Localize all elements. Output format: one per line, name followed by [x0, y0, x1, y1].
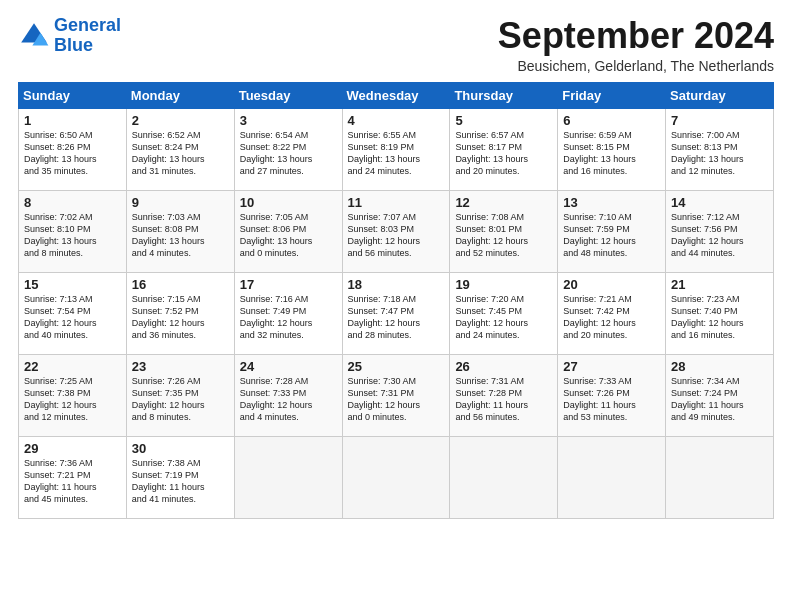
day-info-9: Sunrise: 7:03 AMSunset: 8:08 PMDaylight:… — [132, 211, 229, 260]
empty-cell — [234, 436, 342, 518]
day-info-20: Sunrise: 7:21 AMSunset: 7:42 PMDaylight:… — [563, 293, 660, 342]
day-number-24: 24 — [240, 359, 337, 374]
day-info-30: Sunrise: 7:38 AMSunset: 7:19 PMDaylight:… — [132, 457, 229, 506]
day-cell-15: 15 Sunrise: 7:13 AMSunset: 7:54 PMDaylig… — [19, 272, 127, 354]
day-cell-3: 3 Sunrise: 6:54 AMSunset: 8:22 PMDayligh… — [234, 108, 342, 190]
day-cell-26: 26 Sunrise: 7:31 AMSunset: 7:28 PMDaylig… — [450, 354, 558, 436]
day-info-2: Sunrise: 6:52 AMSunset: 8:24 PMDaylight:… — [132, 129, 229, 178]
day-info-22: Sunrise: 7:25 AMSunset: 7:38 PMDaylight:… — [24, 375, 121, 424]
day-number-22: 22 — [24, 359, 121, 374]
day-info-18: Sunrise: 7:18 AMSunset: 7:47 PMDaylight:… — [348, 293, 445, 342]
day-cell-19: 19 Sunrise: 7:20 AMSunset: 7:45 PMDaylig… — [450, 272, 558, 354]
logo-icon — [18, 20, 50, 52]
day-number-9: 9 — [132, 195, 229, 210]
day-number-5: 5 — [455, 113, 552, 128]
day-info-29: Sunrise: 7:36 AMSunset: 7:21 PMDaylight:… — [24, 457, 121, 506]
empty-cell — [666, 436, 774, 518]
day-cell-4: 4 Sunrise: 6:55 AMSunset: 8:19 PMDayligh… — [342, 108, 450, 190]
day-number-4: 4 — [348, 113, 445, 128]
title-block: September 2024 Beusichem, Gelderland, Th… — [498, 16, 774, 74]
day-info-7: Sunrise: 7:00 AMSunset: 8:13 PMDaylight:… — [671, 129, 768, 178]
day-number-18: 18 — [348, 277, 445, 292]
page: General Blue September 2024 Beusichem, G… — [0, 0, 792, 529]
day-cell-17: 17 Sunrise: 7:16 AMSunset: 7:49 PMDaylig… — [234, 272, 342, 354]
day-cell-16: 16 Sunrise: 7:15 AMSunset: 7:52 PMDaylig… — [126, 272, 234, 354]
day-info-3: Sunrise: 6:54 AMSunset: 8:22 PMDaylight:… — [240, 129, 337, 178]
day-number-27: 27 — [563, 359, 660, 374]
day-info-6: Sunrise: 6:59 AMSunset: 8:15 PMDaylight:… — [563, 129, 660, 178]
logo-line2: Blue — [54, 36, 121, 56]
day-cell-21: 21 Sunrise: 7:23 AMSunset: 7:40 PMDaylig… — [666, 272, 774, 354]
day-cell-29: 29 Sunrise: 7:36 AMSunset: 7:21 PMDaylig… — [19, 436, 127, 518]
day-cell-18: 18 Sunrise: 7:18 AMSunset: 7:47 PMDaylig… — [342, 272, 450, 354]
day-info-28: Sunrise: 7:34 AMSunset: 7:24 PMDaylight:… — [671, 375, 768, 424]
day-info-19: Sunrise: 7:20 AMSunset: 7:45 PMDaylight:… — [455, 293, 552, 342]
day-cell-7: 7 Sunrise: 7:00 AMSunset: 8:13 PMDayligh… — [666, 108, 774, 190]
day-cell-24: 24 Sunrise: 7:28 AMSunset: 7:33 PMDaylig… — [234, 354, 342, 436]
day-info-26: Sunrise: 7:31 AMSunset: 7:28 PMDaylight:… — [455, 375, 552, 424]
day-number-1: 1 — [24, 113, 121, 128]
day-number-2: 2 — [132, 113, 229, 128]
day-cell-14: 14 Sunrise: 7:12 AMSunset: 7:56 PMDaylig… — [666, 190, 774, 272]
day-info-24: Sunrise: 7:28 AMSunset: 7:33 PMDaylight:… — [240, 375, 337, 424]
day-cell-2: 2 Sunrise: 6:52 AMSunset: 8:24 PMDayligh… — [126, 108, 234, 190]
header-thursday: Thursday — [450, 82, 558, 108]
header-friday: Friday — [558, 82, 666, 108]
day-info-13: Sunrise: 7:10 AMSunset: 7:59 PMDaylight:… — [563, 211, 660, 260]
day-number-26: 26 — [455, 359, 552, 374]
day-cell-28: 28 Sunrise: 7:34 AMSunset: 7:24 PMDaylig… — [666, 354, 774, 436]
header-monday: Monday — [126, 82, 234, 108]
day-number-11: 11 — [348, 195, 445, 210]
day-number-15: 15 — [24, 277, 121, 292]
month-title: September 2024 — [498, 16, 774, 56]
day-number-28: 28 — [671, 359, 768, 374]
day-info-8: Sunrise: 7:02 AMSunset: 8:10 PMDaylight:… — [24, 211, 121, 260]
calendar-header-row: Sunday Monday Tuesday Wednesday Thursday… — [19, 82, 774, 108]
header-wednesday: Wednesday — [342, 82, 450, 108]
logo-line1: General — [54, 15, 121, 35]
day-info-27: Sunrise: 7:33 AMSunset: 7:26 PMDaylight:… — [563, 375, 660, 424]
day-cell-22: 22 Sunrise: 7:25 AMSunset: 7:38 PMDaylig… — [19, 354, 127, 436]
day-cell-6: 6 Sunrise: 6:59 AMSunset: 8:15 PMDayligh… — [558, 108, 666, 190]
day-number-19: 19 — [455, 277, 552, 292]
day-cell-12: 12 Sunrise: 7:08 AMSunset: 8:01 PMDaylig… — [450, 190, 558, 272]
day-info-10: Sunrise: 7:05 AMSunset: 8:06 PMDaylight:… — [240, 211, 337, 260]
day-cell-5: 5 Sunrise: 6:57 AMSunset: 8:17 PMDayligh… — [450, 108, 558, 190]
day-info-17: Sunrise: 7:16 AMSunset: 7:49 PMDaylight:… — [240, 293, 337, 342]
day-number-10: 10 — [240, 195, 337, 210]
day-number-13: 13 — [563, 195, 660, 210]
day-info-1: Sunrise: 6:50 AMSunset: 8:26 PMDaylight:… — [24, 129, 121, 178]
week-row-5: 29 Sunrise: 7:36 AMSunset: 7:21 PMDaylig… — [19, 436, 774, 518]
day-cell-8: 8 Sunrise: 7:02 AMSunset: 8:10 PMDayligh… — [19, 190, 127, 272]
day-info-21: Sunrise: 7:23 AMSunset: 7:40 PMDaylight:… — [671, 293, 768, 342]
day-number-8: 8 — [24, 195, 121, 210]
day-number-14: 14 — [671, 195, 768, 210]
day-cell-30: 30 Sunrise: 7:38 AMSunset: 7:19 PMDaylig… — [126, 436, 234, 518]
day-number-7: 7 — [671, 113, 768, 128]
header-sunday: Sunday — [19, 82, 127, 108]
day-cell-20: 20 Sunrise: 7:21 AMSunset: 7:42 PMDaylig… — [558, 272, 666, 354]
day-info-15: Sunrise: 7:13 AMSunset: 7:54 PMDaylight:… — [24, 293, 121, 342]
week-row-3: 15 Sunrise: 7:13 AMSunset: 7:54 PMDaylig… — [19, 272, 774, 354]
week-row-2: 8 Sunrise: 7:02 AMSunset: 8:10 PMDayligh… — [19, 190, 774, 272]
day-info-16: Sunrise: 7:15 AMSunset: 7:52 PMDaylight:… — [132, 293, 229, 342]
day-number-21: 21 — [671, 277, 768, 292]
day-number-30: 30 — [132, 441, 229, 456]
day-cell-9: 9 Sunrise: 7:03 AMSunset: 8:08 PMDayligh… — [126, 190, 234, 272]
day-cell-23: 23 Sunrise: 7:26 AMSunset: 7:35 PMDaylig… — [126, 354, 234, 436]
day-cell-13: 13 Sunrise: 7:10 AMSunset: 7:59 PMDaylig… — [558, 190, 666, 272]
header-saturday: Saturday — [666, 82, 774, 108]
day-number-17: 17 — [240, 277, 337, 292]
day-info-25: Sunrise: 7:30 AMSunset: 7:31 PMDaylight:… — [348, 375, 445, 424]
logo-text: General Blue — [54, 16, 121, 56]
week-row-4: 22 Sunrise: 7:25 AMSunset: 7:38 PMDaylig… — [19, 354, 774, 436]
day-number-29: 29 — [24, 441, 121, 456]
day-info-12: Sunrise: 7:08 AMSunset: 8:01 PMDaylight:… — [455, 211, 552, 260]
week-row-1: 1 Sunrise: 6:50 AMSunset: 8:26 PMDayligh… — [19, 108, 774, 190]
day-info-14: Sunrise: 7:12 AMSunset: 7:56 PMDaylight:… — [671, 211, 768, 260]
day-info-5: Sunrise: 6:57 AMSunset: 8:17 PMDaylight:… — [455, 129, 552, 178]
day-cell-11: 11 Sunrise: 7:07 AMSunset: 8:03 PMDaylig… — [342, 190, 450, 272]
day-cell-10: 10 Sunrise: 7:05 AMSunset: 8:06 PMDaylig… — [234, 190, 342, 272]
day-number-23: 23 — [132, 359, 229, 374]
header: General Blue September 2024 Beusichem, G… — [18, 16, 774, 74]
